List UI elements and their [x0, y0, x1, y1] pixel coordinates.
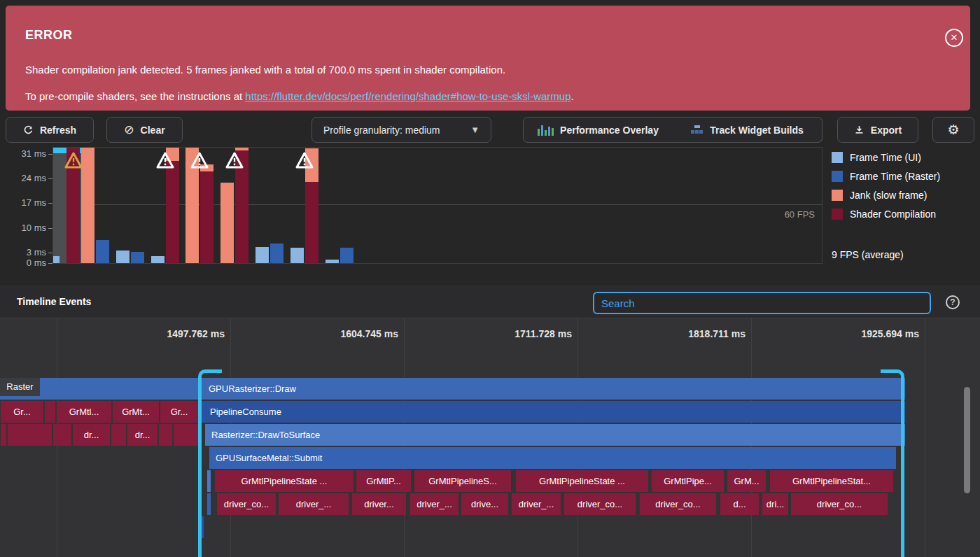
profile-granularity-dropdown[interactable]: Profile granularity: medium ▼: [312, 117, 491, 143]
y-axis-tick-label: 17 ms: [0, 197, 46, 208]
flame-event[interactable]: [159, 424, 172, 446]
flame-row: Gr...GrMtl...GrMt...Gr...PipelineConsume: [0, 401, 980, 423]
frame-bar-ui[interactable]: [151, 256, 164, 263]
performance-overlay-toggle[interactable]: Performance Overlay: [523, 117, 673, 143]
frame-bar-raster-shader[interactable]: [200, 171, 214, 263]
frame-bar-ui[interactable]: [81, 147, 94, 263]
search-input[interactable]: [593, 292, 931, 314]
timeline-timestamp: 1604.745 ms: [340, 328, 398, 339]
y-axis-tick-label: 10 ms: [0, 223, 46, 233]
frame-bar-raster-shader[interactable]: [166, 161, 179, 263]
flame-event[interactable]: driver_co...: [791, 493, 888, 515]
gear-icon: ⚙: [947, 122, 959, 138]
flame-event[interactable]: GrMt...: [113, 401, 159, 423]
legend-label: Frame Time (Raster): [850, 171, 940, 182]
frame-bar-ui[interactable]: [52, 256, 59, 263]
profile-granularity-value: Profile granularity: medium: [323, 125, 440, 136]
flame-event[interactable]: dr...: [73, 424, 110, 446]
flame-event[interactable]: driver_co...: [640, 493, 716, 515]
flame-row: GPUSurfaceMetal::Submit: [0, 447, 980, 469]
flame-event[interactable]: [111, 424, 126, 446]
selected-frame-bracket-left: [198, 369, 222, 557]
frame-bar-ui[interactable]: [116, 251, 130, 263]
legend-label: Shader Compilation: [850, 209, 936, 220]
error-instructions: To pre-compile shaders, see the instruct…: [25, 90, 574, 102]
legend-label: Frame Time (UI): [850, 152, 921, 163]
frame-bar-raster[interactable]: [340, 248, 354, 263]
flame-event[interactable]: GrMtlPipelineStat...: [770, 470, 893, 492]
download-icon: [854, 125, 864, 135]
y-axis-tick-label: 24 ms: [0, 173, 46, 183]
flame-event[interactable]: GrM...: [727, 470, 766, 492]
legend-swatch: [832, 152, 843, 163]
flame-event[interactable]: GrMtlPipelineState ...: [215, 470, 354, 492]
frame-bar-raster[interactable]: [270, 244, 284, 263]
timeline-events-title: Timeline Events: [17, 296, 91, 307]
timeline-timestamp: 1818.711 ms: [688, 328, 746, 339]
flame-row: dr...dr...Rasterizer::DrawToSurface: [0, 424, 980, 446]
flame-row: driver_co...driver_...driver...driver_..…: [0, 493, 980, 515]
export-button[interactable]: Export: [837, 117, 918, 143]
flame-event[interactable]: GPUSurfaceMetal::Submit: [209, 447, 896, 469]
flame-event[interactable]: dri...: [762, 493, 788, 515]
track-widget-builds-toggle[interactable]: Track Widget Builds: [673, 117, 822, 143]
frame-bar-ui[interactable]: [255, 247, 269, 263]
flame-event[interactable]: GrMtlP...: [356, 470, 411, 492]
frame-bar-raster-shader[interactable]: [305, 182, 318, 263]
legend-item: Frame Time (Raster): [832, 167, 940, 185]
close-icon[interactable]: ✕: [945, 29, 963, 47]
performance-overlay-label: Performance Overlay: [560, 125, 659, 136]
flame-event[interactable]: GrMtlPipe...: [652, 470, 724, 492]
flame-event[interactable]: GrMtlPipelineState ...: [516, 470, 648, 492]
flame-event[interactable]: [53, 424, 71, 446]
legend-swatch: [832, 209, 843, 220]
frame-bar-raster[interactable]: [96, 240, 109, 263]
timeline-timestamp: 1925.694 ms: [861, 328, 919, 339]
sksl-warmup-link[interactable]: https://flutter.dev/docs/perf/rendering/…: [245, 90, 570, 102]
flame-event[interactable]: driver_...: [279, 493, 349, 515]
track-widget-builds-label: Track Widget Builds: [710, 125, 804, 136]
flame-event[interactable]: driver_...: [512, 493, 561, 515]
flame-event[interactable]: driver...: [352, 493, 406, 515]
legend-item: Frame Time (UI): [832, 148, 940, 167]
flame-event[interactable]: [45, 401, 55, 423]
flame-row: GPURasterizer::Draw: [0, 378, 980, 400]
flame-event[interactable]: driver_co...: [217, 493, 276, 515]
settings-button[interactable]: ⚙: [932, 117, 974, 143]
flame-event[interactable]: [174, 424, 198, 446]
flame-event[interactable]: [8, 424, 52, 446]
flame-event[interactable]: Rasterizer::DrawToSurface: [205, 424, 905, 446]
flame-event[interactable]: Gr...: [160, 401, 198, 423]
help-icon[interactable]: ?: [946, 295, 960, 309]
raster-thread-label[interactable]: Raster: [0, 378, 40, 396]
clear-label: Clear: [141, 125, 165, 136]
flame-event[interactable]: d...: [720, 493, 759, 515]
frame-bar-ui[interactable]: [290, 248, 304, 263]
refresh-button[interactable]: Refresh: [6, 117, 94, 143]
frame-bar-raster[interactable]: [131, 252, 144, 263]
flame-row: [0, 516, 980, 538]
bar-chart-icon: [538, 125, 554, 136]
clear-button[interactable]: ⊘ Clear: [106, 117, 183, 143]
error-instructions-suffix: .: [571, 90, 574, 102]
flame-event[interactable]: GrMtl...: [57, 401, 111, 423]
flame-event[interactable]: GPURasterizer::Draw: [0, 378, 905, 400]
flame-event[interactable]: driver_co...: [564, 493, 636, 515]
frame-bar-ui[interactable]: [326, 260, 339, 263]
flame-event[interactable]: Gr...: [1, 401, 43, 423]
frame-time-chart[interactable]: 60 FPS: [52, 147, 822, 264]
flame-event[interactable]: PipelineConsume: [200, 401, 905, 423]
selected-frame-bracket-right: [881, 369, 904, 557]
flame-chart[interactable]: Raster 1497.762 ms1604.745 ms1711.728 ms…: [0, 318, 980, 557]
legend-swatch: [832, 190, 843, 201]
flame-event[interactable]: [1, 424, 6, 446]
chevron-down-icon: ▼: [470, 125, 479, 135]
flame-event[interactable]: driver_...: [410, 493, 458, 515]
flame-event[interactable]: GrMtlPipelineS...: [414, 470, 511, 492]
flame-event[interactable]: drive...: [461, 493, 508, 515]
refresh-icon: [23, 125, 34, 135]
refresh-label: Refresh: [40, 125, 76, 136]
legend-swatch: [832, 171, 843, 182]
flame-event[interactable]: dr...: [127, 424, 158, 446]
frame-bar-ui[interactable]: [220, 183, 234, 263]
